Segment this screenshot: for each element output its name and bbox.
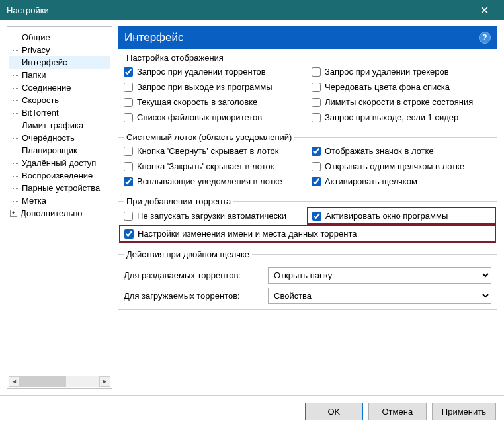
check-item[interactable]: Запрос при выходе из программы [124, 82, 309, 92]
group-display: Настройка отображения Запрос при удалени… [118, 53, 497, 128]
checkbox[interactable] [312, 67, 321, 77]
checkbox[interactable] [124, 83, 133, 92]
tree-item-remote[interactable]: Удалённый доступ [9, 157, 110, 169]
ok-button[interactable]: OK [305, 403, 363, 420]
tree-hscrollbar[interactable]: ◄ ► [9, 376, 110, 387]
checkbox[interactable] [312, 177, 321, 186]
checkbox[interactable] [312, 113, 321, 122]
tree-item-connection[interactable]: Соединение [9, 81, 110, 94]
check-label: Настройки изменения имени и места данных… [138, 229, 357, 239]
check-item[interactable]: Запрос при удалении торрентов [124, 67, 309, 77]
group-adding-legend: При добавлении торрента [124, 196, 233, 206]
check-rename-location[interactable]: Настройки изменения имени и места данных… [124, 229, 491, 239]
check-label: Запрос при удалении трекеров [325, 67, 449, 77]
group-tray: Системный лоток (область уведомлений) Кн… [118, 132, 497, 192]
content-panel: Интерфейс ? Настройка отображения Запрос… [118, 26, 497, 389]
checkbox[interactable] [124, 162, 133, 171]
tree-item-general[interactable]: Общие [9, 31, 110, 44]
check-item[interactable]: Активировать щелчком [312, 177, 491, 186]
page-header: Интерфейс ? [118, 26, 497, 49]
expand-icon[interactable]: + [10, 210, 17, 217]
check-label: Текущая скорость в заголовке [137, 97, 257, 107]
check-item[interactable]: Список файловых приоритетов [124, 112, 309, 122]
check-label: Лимиты скорости в строке состояния [325, 97, 473, 107]
highlight-activate-window: Активировать окно программы [307, 207, 496, 225]
check-label: Активировать окно программы [325, 211, 448, 221]
check-item[interactable]: Кнопка 'Свернуть' скрывает в лоток [124, 146, 309, 156]
tree-item-interface[interactable]: Интерфейс [9, 56, 110, 69]
scroll-right-icon[interactable]: ► [99, 376, 110, 387]
close-icon[interactable]: ✕ [471, 4, 497, 17]
tree-item-scheduler[interactable]: Планировщик [9, 144, 110, 157]
check-label: Запрос при удалении торрентов [137, 67, 266, 77]
cancel-button[interactable]: Отмена [368, 403, 427, 420]
check-item[interactable]: Запрос при удалении трекеров [312, 67, 491, 77]
check-activate-window[interactable]: Активировать окно программы [312, 211, 491, 221]
group-display-legend: Настройка отображения [124, 53, 226, 63]
checkbox[interactable] [124, 147, 133, 156]
apply-button[interactable]: Применить [432, 403, 496, 420]
checkbox[interactable] [312, 98, 321, 107]
check-item[interactable]: Текущая скорость в заголовке [124, 97, 309, 107]
tree-item-playback[interactable]: Воспроизведение [9, 169, 110, 182]
check-label: Активировать щелчком [325, 177, 417, 186]
check-no-autostart[interactable]: Не запускать загрузки автоматически [124, 211, 309, 221]
tree-item-folders[interactable]: Папки [9, 69, 110, 81]
check-label: Не запускать загрузки автоматически [137, 211, 286, 221]
group-dclick: Действия при двойном щелчке Для раздавае… [118, 249, 497, 310]
highlight-rename-location: Настройки изменения имени и места данных… [119, 225, 496, 243]
check-item[interactable]: Кнопка 'Закрыть' скрывает в лоток [124, 161, 309, 171]
tree-item-label[interactable]: Метка [9, 194, 110, 207]
category-tree-panel: Общие Privacy Интерфейс Папки Соединение… [7, 26, 112, 389]
downloading-label: Для загружаемых торрентов: [124, 291, 263, 301]
scroll-thumb[interactable] [20, 376, 66, 387]
scroll-left-icon[interactable]: ◄ [9, 376, 20, 387]
page-title: Интерфейс [124, 31, 184, 44]
scroll-track[interactable] [20, 376, 99, 387]
downloading-select[interactable]: Свойства [268, 288, 491, 304]
tree-item-bittorrent[interactable]: BitTorrent [9, 106, 110, 119]
seeding-select[interactable]: Открыть папку [268, 267, 491, 284]
check-label: Чередовать цвета фона списка [325, 82, 450, 92]
check-item[interactable]: Лимиты скорости в строке состояния [312, 97, 491, 107]
check-label: Всплывающие уведомления в лотке [137, 177, 282, 186]
check-label: Открывать одним щелчком в лотке [325, 161, 464, 171]
check-label: Кнопка 'Закрыть' скрывает в лоток [137, 161, 274, 171]
checkbox[interactable] [312, 212, 321, 221]
checkbox[interactable] [124, 113, 133, 122]
check-item[interactable]: Чередовать цвета фона списка [312, 82, 491, 92]
group-adding: При добавлении торрента Не запускать заг… [118, 196, 497, 245]
check-item[interactable]: Запрос при выходе, если 1 сидер [312, 112, 491, 122]
tree-item-label: Дополнительно [21, 208, 83, 218]
tree-item-traffic-limit[interactable]: Лимит трафика [9, 119, 110, 132]
tree-item-advanced[interactable]: + Дополнительно [9, 207, 110, 219]
check-label: Список файловых приоритетов [137, 112, 262, 122]
checkbox[interactable] [124, 98, 133, 107]
group-dclick-legend: Действия при двойном щелчке [124, 249, 252, 259]
help-icon[interactable]: ? [479, 32, 491, 44]
check-label: Отображать значок в лотке [325, 146, 434, 156]
checkbox[interactable] [124, 212, 133, 221]
tree-item-queue[interactable]: Очерёдность [9, 132, 110, 144]
window-title: Настройки [7, 5, 49, 15]
seeding-label: Для раздаваемых торрентов: [124, 270, 263, 280]
category-tree: Общие Privacy Интерфейс Папки Соединение… [9, 31, 110, 376]
titlebar: Настройки ✕ [0, 0, 504, 20]
checkbox[interactable] [124, 67, 133, 77]
tree-item-speed[interactable]: Скорость [9, 94, 110, 106]
checkbox[interactable] [312, 147, 321, 156]
tree-item-paired-devices[interactable]: Парные устройства [9, 182, 110, 194]
check-label: Запрос при выходе из программы [137, 82, 273, 92]
button-bar: OK Отмена Применить [0, 395, 504, 427]
check-label: Запрос при выходе, если 1 сидер [325, 112, 458, 122]
tree-item-privacy[interactable]: Privacy [9, 44, 110, 56]
check-label: Кнопка 'Свернуть' скрывает в лоток [137, 146, 278, 156]
checkbox[interactable] [312, 162, 321, 171]
group-tray-legend: Системный лоток (область уведомлений) [124, 132, 294, 142]
checkbox[interactable] [124, 177, 133, 186]
checkbox[interactable] [312, 83, 321, 92]
check-item[interactable]: Открывать одним щелчком в лотке [312, 161, 491, 171]
checkbox[interactable] [124, 229, 134, 239]
check-item[interactable]: Всплывающие уведомления в лотке [124, 177, 309, 186]
check-item[interactable]: Отображать значок в лотке [312, 146, 491, 156]
